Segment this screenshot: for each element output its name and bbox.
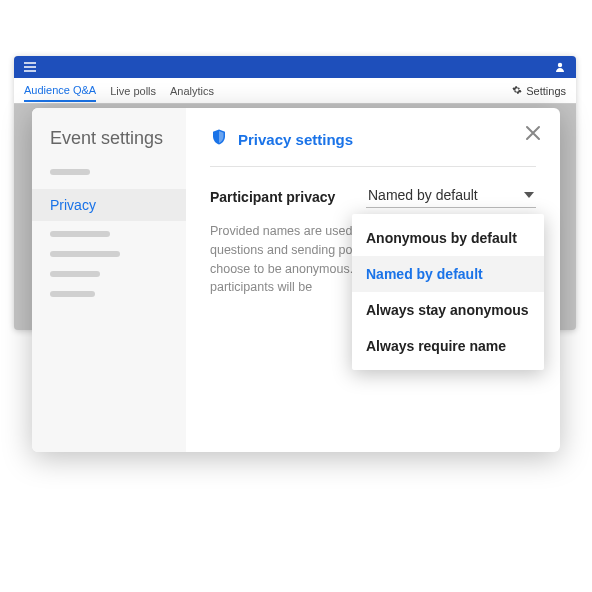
option-anonymous-by-default[interactable]: Anonymous by default	[352, 220, 544, 256]
menu-icon[interactable]	[24, 62, 36, 72]
sidebar-item-placeholder[interactable]	[50, 271, 100, 277]
settings-label: Settings	[526, 85, 566, 97]
app-titlebar	[14, 56, 576, 78]
gear-icon	[512, 85, 522, 97]
tab-live-polls[interactable]: Live polls	[110, 85, 156, 97]
modal-header: Privacy settings	[210, 128, 536, 150]
user-icon[interactable]	[554, 61, 566, 73]
sidebar-item-placeholder[interactable]	[50, 291, 95, 297]
select-value: Named by default	[368, 187, 478, 203]
shield-icon	[210, 128, 228, 150]
app-tabs: Audience Q&A Live polls Analytics Settin…	[14, 78, 576, 104]
sidebar-item-privacy[interactable]: Privacy	[32, 189, 186, 221]
sidebar-title: Event settings	[32, 128, 186, 169]
sidebar-item-placeholder[interactable]	[50, 169, 90, 175]
chevron-down-icon	[524, 192, 534, 198]
close-button[interactable]	[524, 124, 542, 146]
divider	[210, 166, 536, 167]
settings-link[interactable]: Settings	[512, 85, 566, 97]
participant-privacy-select[interactable]: Named by default	[366, 185, 536, 208]
participant-privacy-row: Participant privacy Named by default	[210, 185, 536, 208]
option-always-require-name[interactable]: Always require name	[352, 328, 544, 364]
svg-point-0	[558, 63, 562, 67]
tab-audience-qa[interactable]: Audience Q&A	[24, 84, 96, 102]
option-always-stay-anonymous[interactable]: Always stay anonymous	[352, 292, 544, 328]
sidebar-item-placeholder[interactable]	[50, 231, 110, 237]
modal-sidebar: Event settings Privacy	[32, 108, 186, 452]
participant-privacy-dropdown: Anonymous by default Named by default Al…	[352, 214, 544, 370]
option-named-by-default[interactable]: Named by default	[352, 256, 544, 292]
participant-privacy-label: Participant privacy	[210, 189, 335, 205]
tab-analytics[interactable]: Analytics	[170, 85, 214, 97]
sidebar-item-placeholder[interactable]	[50, 251, 120, 257]
modal-title: Privacy settings	[238, 131, 353, 148]
